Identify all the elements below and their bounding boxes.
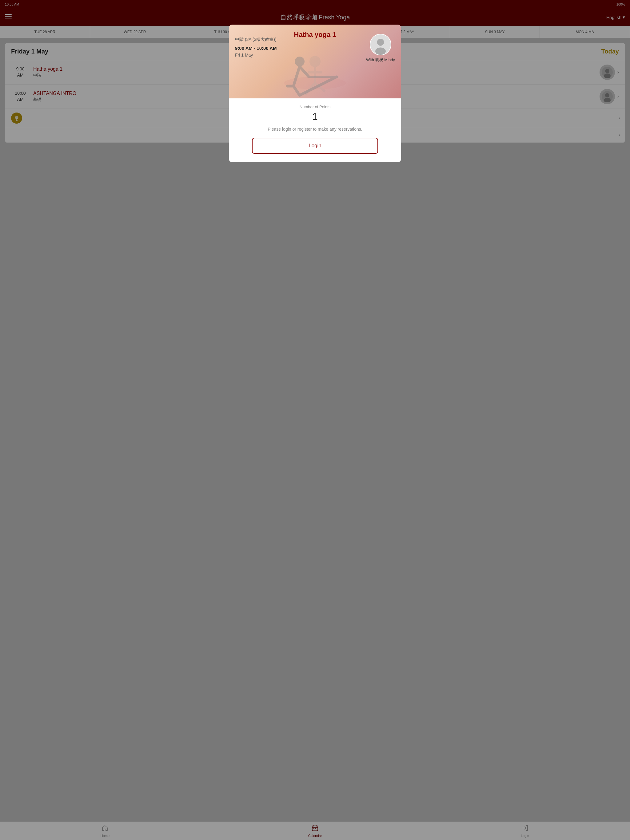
modal-banner: Hatha yoga 1 中階 (3A (3樓大教室)) 9:00 AM - 1… [229, 25, 401, 98]
modal-class-date: Fri 1 May [235, 52, 277, 57]
modal: Hatha yoga 1 中階 (3A (3樓大教室)) 9:00 AM - 1… [229, 25, 401, 163]
points-label: Number of Points [300, 104, 330, 109]
modal-level-room: 中階 (3A (3樓大教室)) [235, 37, 277, 43]
svg-point-17 [375, 47, 386, 55]
login-prompt: Please login or register to make any res… [268, 127, 362, 132]
points-value: 1 [312, 111, 318, 122]
modal-body: Number of Points 1 Please login or regis… [229, 98, 401, 163]
svg-point-16 [377, 39, 384, 46]
modal-overlay[interactable]: Hatha yoga 1 中階 (3A (3樓大教室)) 9:00 AM - 1… [0, 0, 630, 840]
modal-time-range: 9:00 AM - 10:00 AM [235, 46, 277, 51]
instructor-name: With 明祝 Mindy [366, 57, 395, 63]
instructor-photo [370, 34, 391, 55]
modal-details: 中階 (3A (3樓大教室)) 9:00 AM - 10:00 AM Fri 1… [235, 37, 277, 57]
svg-point-14 [295, 57, 304, 66]
login-button[interactable]: Login [252, 138, 378, 154]
modal-instructor: With 明祝 Mindy [366, 34, 395, 63]
modal-title: Hatha yoga 1 [294, 25, 336, 39]
